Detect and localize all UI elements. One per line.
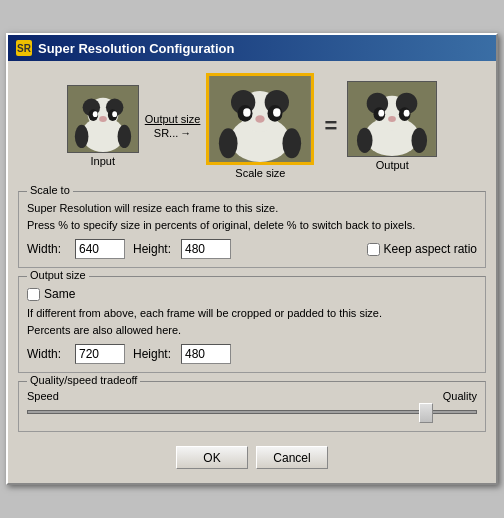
svg-point-19 [244,108,251,116]
scale-to-row: Width: Height: Keep aspect ratio [27,239,477,259]
scale-to-group: Scale to Super Resolution will resize ea… [18,191,486,268]
keep-aspect-label[interactable]: Keep aspect ratio [384,242,477,256]
quality-title: Quality/speed tradeoff [27,374,140,386]
output-size-content: Same If different from above, each frame… [27,281,477,364]
output-preview-col: Output [347,81,437,171]
svg-point-33 [388,116,396,122]
scale-panda-image [206,73,314,165]
output-width-input[interactable] [75,344,125,364]
same-checkbox[interactable] [27,288,40,301]
svg-point-8 [112,111,117,117]
svg-point-23 [283,128,302,158]
sr-label: SR... [154,127,178,139]
scale-to-title: Scale to [27,184,73,196]
quality-label: Quality [443,390,477,402]
speed-quality-labels: Speed Quality [27,390,477,402]
scale-preview-col: Scale size [206,73,314,179]
arrow-icon: → [180,127,191,139]
input-panda-image [67,85,139,153]
output-size-title: Output size [27,269,89,281]
input-preview-col: Input [67,85,139,167]
title-icon: SR [16,40,32,56]
svg-point-35 [412,128,428,153]
quality-slider[interactable] [27,404,477,420]
svg-point-11 [117,125,131,148]
button-row: OK Cancel [18,442,486,473]
ok-button[interactable]: OK [176,446,248,469]
dialog-body: Input Output size SR... → [8,61,496,483]
output-size-group: Output size Same If different from above… [18,276,486,373]
output-width-label: Width: [27,347,67,361]
output-height-label: Height: [133,347,173,361]
scale-width-input[interactable] [75,239,125,259]
svg-point-7 [93,111,98,117]
scale-to-fields: Width: Height: [27,239,231,259]
preview-area: Input Output size SR... → [18,69,486,183]
keep-aspect-checkbox[interactable] [367,243,380,256]
svg-point-34 [357,128,373,153]
output-size-arrow-label: Output size [145,113,201,125]
scale-size-label: Scale size [235,167,285,179]
svg-point-31 [379,110,385,117]
svg-point-32 [404,110,410,117]
svg-point-20 [273,108,280,116]
output-height-input[interactable] [181,344,231,364]
title-bar: SR Super Resolution Configuration [8,35,496,61]
svg-point-10 [75,125,89,148]
keep-aspect-ratio-row: Keep aspect ratio [367,242,477,256]
arrow-line: SR... → [154,127,191,139]
equals-sign: = [324,113,337,139]
output-panda-image [347,81,437,157]
output-label: Output [376,159,409,171]
speed-label: Speed [27,390,59,402]
output-size-fields: Width: Height: [27,344,477,364]
scale-height-input[interactable] [181,239,231,259]
scale-to-content: Super Resolution will resize each frame … [27,196,477,259]
quality-content: Speed Quality [27,386,477,423]
dialog-title: Super Resolution Configuration [38,41,234,56]
quality-group: Quality/speed tradeoff Speed Quality [18,381,486,432]
same-row: Same [27,287,477,301]
scale-height-label: Height: [133,242,173,256]
svg-point-22 [219,128,238,158]
svg-point-21 [256,115,265,122]
scale-to-description: Super Resolution will resize each frame … [27,200,477,233]
arrow-area: Output size SR... → [145,113,201,139]
cancel-button[interactable]: Cancel [256,446,328,469]
output-size-description: If different from above, each frame will… [27,305,477,338]
svg-point-9 [99,116,107,122]
same-label[interactable]: Same [44,287,75,301]
dialog-window: SR Super Resolution Configuration [6,33,498,485]
scale-width-label: Width: [27,242,67,256]
input-label: Input [91,155,115,167]
